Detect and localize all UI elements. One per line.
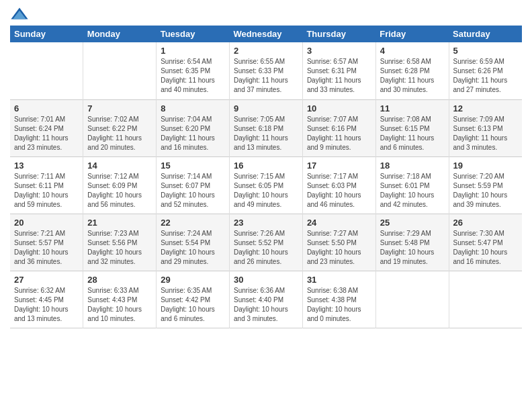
day-number: 3: [307, 46, 371, 56]
calendar-cell: 14Sunrise: 7:12 AM Sunset: 6:09 PM Dayli…: [83, 156, 157, 214]
day-info: Sunrise: 7:07 AM Sunset: 6:16 PM Dayligh…: [307, 115, 371, 152]
day-info: Sunrise: 7:01 AM Sunset: 6:24 PM Dayligh…: [14, 115, 79, 152]
day-number: 19: [453, 161, 518, 171]
day-info: Sunrise: 6:32 AM Sunset: 4:45 PM Dayligh…: [14, 286, 79, 324]
day-info: Sunrise: 6:54 AM Sunset: 6:35 PM Dayligh…: [161, 57, 225, 95]
day-number: 12: [453, 103, 518, 113]
calendar-cell: 20Sunrise: 7:21 AM Sunset: 5:57 PM Dayli…: [10, 214, 83, 271]
day-info: Sunrise: 7:29 AM Sunset: 5:48 PM Dayligh…: [380, 229, 445, 267]
calendar-cell: [375, 271, 449, 328]
calendar-cell: 23Sunrise: 7:26 AM Sunset: 5:52 PM Dayli…: [230, 214, 303, 271]
day-info: Sunrise: 7:24 AM Sunset: 5:54 PM Dayligh…: [161, 229, 225, 267]
day-number: 25: [380, 218, 445, 228]
day-info: Sunrise: 6:57 AM Sunset: 6:31 PM Dayligh…: [307, 57, 371, 95]
day-number: 30: [234, 275, 298, 285]
calendar-cell: 30Sunrise: 6:36 AM Sunset: 4:40 PM Dayli…: [230, 271, 303, 328]
day-info: Sunrise: 6:58 AM Sunset: 6:28 PM Dayligh…: [380, 57, 445, 95]
day-number: 11: [380, 103, 445, 113]
calendar-week-4: 20Sunrise: 7:21 AM Sunset: 5:57 PM Dayli…: [10, 214, 522, 271]
day-number: 1: [161, 46, 225, 56]
day-info: Sunrise: 7:26 AM Sunset: 5:52 PM Dayligh…: [234, 229, 298, 267]
day-info: Sunrise: 7:09 AM Sunset: 6:13 PM Dayligh…: [453, 115, 518, 152]
day-info: Sunrise: 7:23 AM Sunset: 5:56 PM Dayligh…: [87, 229, 152, 267]
calendar-cell: [449, 271, 522, 328]
day-info: Sunrise: 7:12 AM Sunset: 6:09 PM Dayligh…: [87, 172, 152, 210]
day-number: 5: [453, 46, 518, 56]
day-number: 29: [161, 275, 225, 285]
calendar-cell: 15Sunrise: 7:14 AM Sunset: 6:07 PM Dayli…: [157, 156, 230, 214]
day-info: Sunrise: 7:30 AM Sunset: 5:47 PM Dayligh…: [453, 229, 518, 267]
calendar-cell: 17Sunrise: 7:17 AM Sunset: 6:03 PM Dayli…: [302, 156, 375, 214]
day-number: 15: [161, 161, 225, 171]
day-number: 28: [87, 275, 152, 285]
day-info: Sunrise: 7:14 AM Sunset: 6:07 PM Dayligh…: [161, 172, 225, 210]
calendar-cell: 10Sunrise: 7:07 AM Sunset: 6:16 PM Dayli…: [302, 99, 375, 156]
day-info: Sunrise: 7:20 AM Sunset: 5:59 PM Dayligh…: [453, 172, 518, 210]
col-header-monday: Monday: [83, 26, 157, 42]
day-number: 24: [307, 218, 371, 228]
day-number: 4: [380, 46, 445, 56]
day-number: 27: [14, 275, 79, 285]
day-info: Sunrise: 7:15 AM Sunset: 6:05 PM Dayligh…: [234, 172, 298, 210]
calendar-cell: 9Sunrise: 7:05 AM Sunset: 6:18 PM Daylig…: [230, 99, 303, 156]
day-number: 20: [14, 218, 79, 228]
calendar-cell: 19Sunrise: 7:20 AM Sunset: 5:59 PM Dayli…: [449, 156, 522, 214]
day-info: Sunrise: 7:04 AM Sunset: 6:20 PM Dayligh…: [161, 115, 225, 152]
calendar-week-1: 1Sunrise: 6:54 AM Sunset: 6:35 PM Daylig…: [10, 42, 522, 99]
day-number: 26: [453, 218, 518, 228]
calendar-cell: 11Sunrise: 7:08 AM Sunset: 6:15 PM Dayli…: [375, 99, 449, 156]
calendar-cell: 16Sunrise: 7:15 AM Sunset: 6:05 PM Dayli…: [230, 156, 303, 214]
day-info: Sunrise: 7:18 AM Sunset: 6:01 PM Dayligh…: [380, 172, 445, 210]
col-header-wednesday: Wednesday: [230, 26, 303, 42]
day-info: Sunrise: 6:55 AM Sunset: 6:33 PM Dayligh…: [234, 57, 298, 95]
day-number: 13: [14, 161, 79, 171]
calendar-cell: 3Sunrise: 6:57 AM Sunset: 6:31 PM Daylig…: [302, 42, 375, 99]
day-info: Sunrise: 7:21 AM Sunset: 5:57 PM Dayligh…: [14, 229, 79, 267]
calendar-cell: 4Sunrise: 6:58 AM Sunset: 6:28 PM Daylig…: [375, 42, 449, 99]
calendar-cell: 5Sunrise: 6:59 AM Sunset: 6:26 PM Daylig…: [449, 42, 522, 99]
day-info: Sunrise: 6:36 AM Sunset: 4:40 PM Dayligh…: [234, 286, 298, 324]
calendar-cell: 12Sunrise: 7:09 AM Sunset: 6:13 PM Dayli…: [449, 99, 522, 156]
day-number: 8: [161, 103, 225, 113]
calendar-cell: 13Sunrise: 7:11 AM Sunset: 6:11 PM Dayli…: [10, 156, 83, 214]
calendar-cell: 25Sunrise: 7:29 AM Sunset: 5:48 PM Dayli…: [375, 214, 449, 271]
day-info: Sunrise: 6:35 AM Sunset: 4:42 PM Dayligh…: [161, 286, 225, 324]
day-info: Sunrise: 7:27 AM Sunset: 5:50 PM Dayligh…: [307, 229, 371, 267]
day-number: 2: [234, 46, 298, 56]
calendar-cell: 2Sunrise: 6:55 AM Sunset: 6:33 PM Daylig…: [230, 42, 303, 99]
day-number: 9: [234, 103, 298, 113]
day-info: Sunrise: 6:33 AM Sunset: 4:43 PM Dayligh…: [87, 286, 152, 324]
col-header-tuesday: Tuesday: [157, 26, 230, 42]
page-header: [10, 7, 522, 20]
day-info: Sunrise: 7:05 AM Sunset: 6:18 PM Dayligh…: [234, 115, 298, 152]
calendar-cell: 26Sunrise: 7:30 AM Sunset: 5:47 PM Dayli…: [449, 214, 522, 271]
calendar-cell: 7Sunrise: 7:02 AM Sunset: 6:22 PM Daylig…: [83, 99, 157, 156]
day-info: Sunrise: 7:08 AM Sunset: 6:15 PM Dayligh…: [380, 115, 445, 152]
day-number: 31: [307, 275, 371, 285]
calendar-cell: 27Sunrise: 6:32 AM Sunset: 4:45 PM Dayli…: [10, 271, 83, 328]
calendar-cell: 18Sunrise: 7:18 AM Sunset: 6:01 PM Dayli…: [375, 156, 449, 214]
calendar-week-3: 13Sunrise: 7:11 AM Sunset: 6:11 PM Dayli…: [10, 156, 522, 214]
day-number: 21: [87, 218, 152, 228]
calendar-cell: 22Sunrise: 7:24 AM Sunset: 5:54 PM Dayli…: [157, 214, 230, 271]
calendar-table: SundayMondayTuesdayWednesdayThursdayFrid…: [10, 26, 522, 328]
col-header-friday: Friday: [375, 26, 449, 42]
day-info: Sunrise: 6:59 AM Sunset: 6:26 PM Dayligh…: [453, 57, 518, 95]
calendar-week-2: 6Sunrise: 7:01 AM Sunset: 6:24 PM Daylig…: [10, 99, 522, 156]
calendar-cell: 8Sunrise: 7:04 AM Sunset: 6:20 PM Daylig…: [157, 99, 230, 156]
calendar-week-5: 27Sunrise: 6:32 AM Sunset: 4:45 PM Dayli…: [10, 271, 522, 328]
day-info: Sunrise: 7:02 AM Sunset: 6:22 PM Dayligh…: [87, 115, 152, 152]
calendar-cell: [10, 42, 83, 99]
col-header-sunday: Sunday: [10, 26, 83, 42]
day-number: 18: [380, 161, 445, 171]
calendar-cell: [83, 42, 157, 99]
day-number: 23: [234, 218, 298, 228]
col-header-saturday: Saturday: [449, 26, 522, 42]
calendar-header-row: SundayMondayTuesdayWednesdayThursdayFrid…: [10, 26, 522, 42]
calendar-cell: 31Sunrise: 6:38 AM Sunset: 4:38 PM Dayli…: [302, 271, 375, 328]
day-number: 14: [87, 161, 152, 171]
day-info: Sunrise: 6:38 AM Sunset: 4:38 PM Dayligh…: [307, 286, 371, 324]
day-number: 17: [307, 161, 371, 171]
calendar-cell: 29Sunrise: 6:35 AM Sunset: 4:42 PM Dayli…: [157, 271, 230, 328]
calendar-cell: 21Sunrise: 7:23 AM Sunset: 5:56 PM Dayli…: [83, 214, 157, 271]
